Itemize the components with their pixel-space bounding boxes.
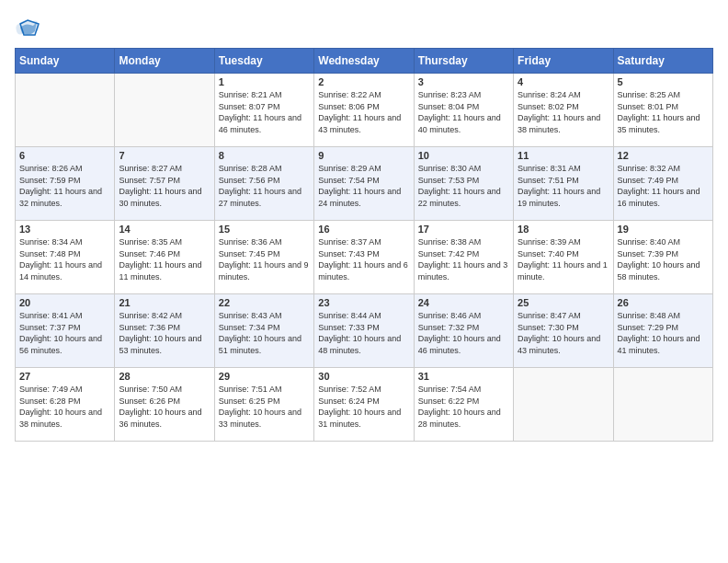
day-number: 4 <box>518 76 609 87</box>
daylight-text: Daylight: 10 hours and 43 minutes. <box>518 334 600 355</box>
calendar-week-row: 27Sunrise: 7:49 AMSunset: 6:28 PMDayligh… <box>16 368 713 442</box>
calendar-cell: 12Sunrise: 8:32 AMSunset: 7:49 PMDayligh… <box>613 147 712 221</box>
day-number: 16 <box>318 224 409 235</box>
calendar-table: SundayMondayTuesdayWednesdayThursdayFrid… <box>15 48 713 442</box>
logo-icon <box>15 15 40 40</box>
daylight-text: Daylight: 11 hours and 30 minutes. <box>119 187 201 208</box>
sunset-text: Sunset: 7:59 PM <box>19 176 81 185</box>
daylight-text: Daylight: 11 hours and 9 minutes. <box>219 260 309 282</box>
logo <box>15 15 44 40</box>
sunset-text: Sunset: 7:53 PM <box>418 176 480 185</box>
day-info: Sunrise: 8:27 AMSunset: 7:57 PMDaylight:… <box>119 163 210 209</box>
daylight-text: Daylight: 11 hours and 19 minutes. <box>518 187 600 208</box>
daylight-text: Daylight: 11 hours and 22 minutes. <box>418 187 501 208</box>
day-info: Sunrise: 8:39 AMSunset: 7:40 PMDaylight:… <box>518 236 609 282</box>
day-info: Sunrise: 7:49 AMSunset: 6:28 PMDaylight:… <box>19 384 110 430</box>
daylight-text: Daylight: 10 hours and 41 minutes. <box>618 334 700 355</box>
calendar-cell: 31Sunrise: 7:54 AMSunset: 6:22 PMDayligh… <box>414 368 513 442</box>
day-number: 29 <box>219 371 310 382</box>
sunset-text: Sunset: 7:30 PM <box>518 323 579 332</box>
calendar-cell: 13Sunrise: 8:34 AMSunset: 7:48 PMDayligh… <box>16 221 115 294</box>
sunrise-text: Sunrise: 8:42 AM <box>119 311 182 320</box>
daylight-text: Daylight: 11 hours and 43 minutes. <box>318 113 401 134</box>
sunset-text: Sunset: 7:46 PM <box>119 249 180 259</box>
sunrise-text: Sunrise: 8:25 AM <box>618 90 681 99</box>
sunset-text: Sunset: 8:02 PM <box>518 102 579 111</box>
sunrise-text: Sunrise: 8:48 AM <box>618 311 681 320</box>
day-info: Sunrise: 8:43 AMSunset: 7:34 PMDaylight:… <box>219 310 310 356</box>
calendar-cell: 10Sunrise: 8:30 AMSunset: 7:53 PMDayligh… <box>414 147 513 221</box>
day-number: 5 <box>618 76 709 87</box>
sunrise-text: Sunrise: 8:31 AM <box>518 164 581 173</box>
calendar-cell: 9Sunrise: 8:29 AMSunset: 7:54 PMDaylight… <box>314 147 414 221</box>
calendar-cell: 16Sunrise: 8:37 AMSunset: 7:43 PMDayligh… <box>314 221 414 294</box>
day-number: 14 <box>119 224 210 235</box>
calendar-cell: 19Sunrise: 8:40 AMSunset: 7:39 PMDayligh… <box>613 221 712 294</box>
daylight-text: Daylight: 10 hours and 46 minutes. <box>418 334 501 355</box>
sunrise-text: Sunrise: 8:40 AM <box>618 237 681 247</box>
calendar-cell: 4Sunrise: 8:24 AMSunset: 8:02 PMDaylight… <box>514 74 613 147</box>
day-number: 1 <box>219 76 310 87</box>
day-number: 17 <box>418 224 509 235</box>
sunrise-text: Sunrise: 8:41 AM <box>19 311 83 320</box>
sunrise-text: Sunrise: 8:36 AM <box>219 237 282 247</box>
sunset-text: Sunset: 7:57 PM <box>119 176 180 185</box>
day-number: 19 <box>618 224 709 235</box>
calendar-cell: 27Sunrise: 7:49 AMSunset: 6:28 PMDayligh… <box>16 368 115 442</box>
day-number: 10 <box>418 150 509 161</box>
calendar-cell: 7Sunrise: 8:27 AMSunset: 7:57 PMDaylight… <box>115 147 214 221</box>
sunrise-text: Sunrise: 8:39 AM <box>518 237 581 247</box>
page-header <box>15 15 713 40</box>
day-number: 27 <box>19 371 110 382</box>
sunset-text: Sunset: 7:48 PM <box>19 249 81 259</box>
sunset-text: Sunset: 7:36 PM <box>119 323 180 332</box>
day-number: 13 <box>19 224 110 235</box>
calendar-cell <box>16 74 115 147</box>
daylight-text: Daylight: 11 hours and 24 minutes. <box>318 187 401 208</box>
sunset-text: Sunset: 8:04 PM <box>418 102 480 111</box>
sunrise-text: Sunrise: 8:47 AM <box>518 311 581 320</box>
day-number: 2 <box>318 76 409 87</box>
day-info: Sunrise: 8:31 AMSunset: 7:51 PMDaylight:… <box>518 163 609 209</box>
calendar-cell <box>115 74 214 147</box>
sunrise-text: Sunrise: 8:37 AM <box>318 237 381 247</box>
day-number: 11 <box>518 150 609 161</box>
daylight-text: Daylight: 11 hours and 40 minutes. <box>418 113 501 134</box>
sunrise-text: Sunrise: 8:26 AM <box>19 164 83 173</box>
daylight-text: Daylight: 10 hours and 51 minutes. <box>219 334 301 355</box>
day-number: 22 <box>219 297 310 308</box>
day-number: 7 <box>119 150 210 161</box>
day-info: Sunrise: 7:51 AMSunset: 6:25 PMDaylight:… <box>219 384 310 430</box>
day-info: Sunrise: 8:38 AMSunset: 7:42 PMDaylight:… <box>418 236 509 282</box>
sunset-text: Sunset: 6:26 PM <box>119 396 180 406</box>
calendar-week-row: 1Sunrise: 8:21 AMSunset: 8:07 PMDaylight… <box>16 74 713 147</box>
sunrise-text: Sunrise: 8:30 AM <box>418 164 482 173</box>
day-info: Sunrise: 8:47 AMSunset: 7:30 PMDaylight:… <box>518 310 609 356</box>
sunset-text: Sunset: 7:54 PM <box>318 176 380 185</box>
sunset-text: Sunset: 7:34 PM <box>219 323 280 332</box>
calendar-week-row: 6Sunrise: 8:26 AMSunset: 7:59 PMDaylight… <box>16 147 713 221</box>
sunset-text: Sunset: 6:25 PM <box>219 396 280 406</box>
calendar-cell: 15Sunrise: 8:36 AMSunset: 7:45 PMDayligh… <box>214 221 313 294</box>
sunrise-text: Sunrise: 7:54 AM <box>418 385 482 394</box>
sunrise-text: Sunrise: 8:46 AM <box>418 311 482 320</box>
sunrise-text: Sunrise: 8:34 AM <box>19 237 83 247</box>
day-info: Sunrise: 8:35 AMSunset: 7:46 PMDaylight:… <box>119 236 210 282</box>
sunset-text: Sunset: 8:07 PM <box>219 102 280 111</box>
day-info: Sunrise: 8:34 AMSunset: 7:48 PMDaylight:… <box>19 236 110 282</box>
calendar-cell: 30Sunrise: 7:52 AMSunset: 6:24 PMDayligh… <box>314 368 414 442</box>
day-info: Sunrise: 8:26 AMSunset: 7:59 PMDaylight:… <box>19 163 110 209</box>
day-info: Sunrise: 8:42 AMSunset: 7:36 PMDaylight:… <box>119 310 210 356</box>
day-number: 28 <box>119 371 210 382</box>
day-number: 30 <box>318 371 409 382</box>
sunset-text: Sunset: 8:06 PM <box>318 102 380 111</box>
header-friday: Friday <box>514 49 613 74</box>
day-number: 9 <box>318 150 409 161</box>
sunset-text: Sunset: 7:39 PM <box>618 249 679 259</box>
day-info: Sunrise: 8:48 AMSunset: 7:29 PMDaylight:… <box>618 310 709 356</box>
sunrise-text: Sunrise: 7:49 AM <box>19 385 83 394</box>
day-number: 8 <box>219 150 310 161</box>
sunset-text: Sunset: 7:49 PM <box>618 176 679 185</box>
sunrise-text: Sunrise: 8:24 AM <box>518 90 581 99</box>
calendar-cell: 21Sunrise: 8:42 AMSunset: 7:36 PMDayligh… <box>115 294 214 368</box>
